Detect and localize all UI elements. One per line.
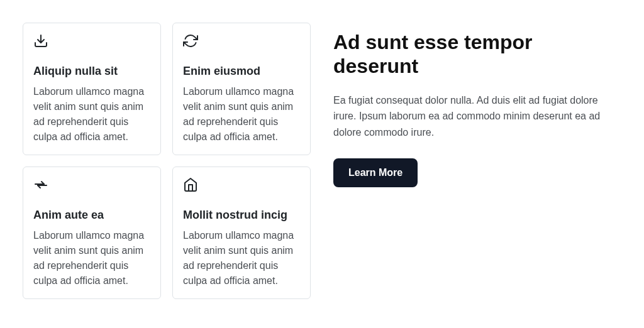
feature-card-title: Mollit nostrud incig [183,209,300,222]
feature-card-text: Laborum ullamco magna velit anim sunt qu… [183,228,300,288]
feature-card-title: Enim eiusmod [183,65,300,78]
refresh-icon [183,33,300,51]
feature-card-text: Laborum ullamco magna velit anim sunt qu… [183,84,300,145]
feature-card: Mollit nostrud incig Laborum ullamco mag… [172,167,311,299]
feature-card-title: Anim aute ea [33,209,150,222]
learn-more-button[interactable]: Learn More [333,158,418,187]
arrows-swap-icon [33,177,150,195]
feature-card-text: Laborum ullamco magna velit anim sunt qu… [33,84,150,145]
feature-cards-grid: Aliquip nulla sit Laborum ullamco magna … [23,23,311,299]
hero-title: Ad sunt esse tempor deserunt [333,30,621,79]
feature-card: Aliquip nulla sit Laborum ullamco magna … [23,23,161,155]
hero-section: Ad sunt esse tempor deserunt Ea fugiat c… [333,23,621,299]
home-icon [183,177,300,195]
feature-card: Enim eiusmod Laborum ullamco magna velit… [172,23,311,155]
feature-card: Anim aute ea Laborum ullamco magna velit… [23,167,161,299]
feature-card-title: Aliquip nulla sit [33,65,150,78]
feature-card-text: Laborum ullamco magna velit anim sunt qu… [33,228,150,288]
hero-text: Ea fugiat consequat dolor nulla. Ad duis… [333,92,621,141]
download-icon [33,33,150,51]
